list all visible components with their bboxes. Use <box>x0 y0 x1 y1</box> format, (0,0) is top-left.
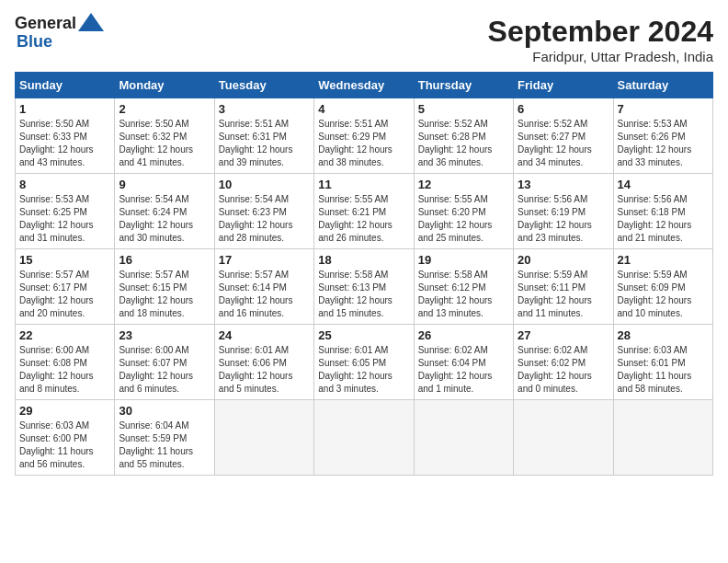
logo-text: General <box>15 15 76 33</box>
day-number: 4 <box>318 102 409 116</box>
col-monday: Monday <box>115 73 214 98</box>
table-row: 21Sunrise: 5:59 AMSunset: 6:09 PMDayligh… <box>613 249 712 325</box>
day-number: 18 <box>318 253 409 267</box>
day-number: 25 <box>318 328 409 342</box>
day-info: Sunrise: 6:03 AMSunset: 6:00 PMDaylight:… <box>19 419 110 471</box>
day-info: Sunrise: 5:58 AMSunset: 6:13 PMDaylight:… <box>318 269 409 320</box>
day-info: Sunrise: 5:57 AMSunset: 6:14 PMDaylight:… <box>219 269 310 320</box>
table-row <box>214 400 313 476</box>
day-number: 5 <box>418 102 509 116</box>
day-number: 11 <box>318 178 409 191</box>
col-saturday: Saturday <box>613 73 712 98</box>
table-row: 25Sunrise: 6:01 AMSunset: 6:05 PMDayligh… <box>314 325 414 400</box>
day-info: Sunrise: 6:01 AMSunset: 6:05 PMDaylight:… <box>318 344 409 396</box>
col-wednesday: Wednesday <box>314 73 414 98</box>
day-number: 23 <box>119 328 210 342</box>
table-row <box>314 400 414 476</box>
day-number: 20 <box>518 253 609 267</box>
day-number: 16 <box>119 253 210 267</box>
calendar-week-row: 1Sunrise: 5:50 AMSunset: 6:33 PMDaylight… <box>16 98 713 174</box>
table-row <box>414 400 513 476</box>
day-info: Sunrise: 5:55 AMSunset: 6:20 PMDaylight:… <box>418 193 509 245</box>
table-row: 13Sunrise: 5:56 AMSunset: 6:19 PMDayligh… <box>514 174 613 249</box>
day-info: Sunrise: 5:56 AMSunset: 6:18 PMDaylight:… <box>618 193 709 245</box>
day-number: 12 <box>418 178 509 191</box>
day-info: Sunrise: 6:04 AMSunset: 5:59 PMDaylight:… <box>119 419 210 471</box>
col-friday: Friday <box>514 73 613 98</box>
day-info: Sunrise: 5:56 AMSunset: 6:19 PMDaylight:… <box>518 193 609 245</box>
day-number: 17 <box>219 253 310 267</box>
day-number: 8 <box>19 178 110 191</box>
table-row: 29Sunrise: 6:03 AMSunset: 6:00 PMDayligh… <box>16 400 115 476</box>
day-info: Sunrise: 6:00 AMSunset: 6:07 PMDaylight:… <box>119 344 210 396</box>
day-number: 10 <box>219 178 310 191</box>
day-info: Sunrise: 6:00 AMSunset: 6:08 PMDaylight:… <box>19 344 110 396</box>
table-row: 27Sunrise: 6:02 AMSunset: 6:02 PMDayligh… <box>514 325 613 400</box>
day-info: Sunrise: 5:53 AMSunset: 6:25 PMDaylight:… <box>19 193 110 245</box>
table-row: 24Sunrise: 6:01 AMSunset: 6:06 PMDayligh… <box>214 325 313 400</box>
table-row: 19Sunrise: 5:58 AMSunset: 6:12 PMDayligh… <box>414 249 513 325</box>
day-info: Sunrise: 5:50 AMSunset: 6:33 PMDaylight:… <box>19 118 110 169</box>
day-info: Sunrise: 5:57 AMSunset: 6:17 PMDaylight:… <box>19 269 110 320</box>
calendar-week-row: 29Sunrise: 6:03 AMSunset: 6:00 PMDayligh… <box>16 400 713 476</box>
day-number: 6 <box>518 102 609 116</box>
table-row: 30Sunrise: 6:04 AMSunset: 5:59 PMDayligh… <box>115 400 214 476</box>
table-row: 6Sunrise: 5:52 AMSunset: 6:27 PMDaylight… <box>514 98 613 174</box>
day-info: Sunrise: 5:52 AMSunset: 6:27 PMDaylight:… <box>518 118 609 169</box>
col-tuesday: Tuesday <box>214 73 313 98</box>
table-row: 3Sunrise: 5:51 AMSunset: 6:31 PMDaylight… <box>214 98 313 174</box>
logo-icon <box>78 13 104 31</box>
day-info: Sunrise: 5:54 AMSunset: 6:23 PMDaylight:… <box>219 193 310 245</box>
day-number: 15 <box>19 253 110 267</box>
page-title: September 2024 <box>488 15 713 49</box>
day-info: Sunrise: 6:03 AMSunset: 6:01 PMDaylight:… <box>618 344 709 396</box>
col-sunday: Sunday <box>16 73 115 98</box>
table-row <box>514 400 613 476</box>
day-number: 28 <box>618 328 709 342</box>
day-number: 13 <box>518 178 609 191</box>
table-row: 18Sunrise: 5:58 AMSunset: 6:13 PMDayligh… <box>314 249 414 325</box>
day-info: Sunrise: 5:54 AMSunset: 6:24 PMDaylight:… <box>119 193 210 245</box>
day-number: 19 <box>418 253 509 267</box>
calendar-week-row: 8Sunrise: 5:53 AMSunset: 6:25 PMDaylight… <box>16 174 713 249</box>
day-info: Sunrise: 5:57 AMSunset: 6:15 PMDaylight:… <box>119 269 210 320</box>
page-header: General Blue September 2024 Faridpur, Ut… <box>15 15 713 64</box>
table-row: 23Sunrise: 6:00 AMSunset: 6:07 PMDayligh… <box>115 325 214 400</box>
calendar-table: Sunday Monday Tuesday Wednesday Thursday… <box>15 72 713 476</box>
table-row: 16Sunrise: 5:57 AMSunset: 6:15 PMDayligh… <box>115 249 214 325</box>
table-row: 26Sunrise: 6:02 AMSunset: 6:04 PMDayligh… <box>414 325 513 400</box>
day-number: 27 <box>518 328 609 342</box>
table-row: 5Sunrise: 5:52 AMSunset: 6:28 PMDaylight… <box>414 98 513 174</box>
page-subtitle: Faridpur, Uttar Pradesh, India <box>488 49 713 64</box>
day-number: 30 <box>119 404 210 418</box>
calendar-week-row: 22Sunrise: 6:00 AMSunset: 6:08 PMDayligh… <box>16 325 713 400</box>
day-number: 24 <box>219 328 310 342</box>
day-number: 29 <box>19 404 110 418</box>
table-row: 4Sunrise: 5:51 AMSunset: 6:29 PMDaylight… <box>314 98 414 174</box>
day-number: 21 <box>618 253 709 267</box>
day-info: Sunrise: 5:50 AMSunset: 6:32 PMDaylight:… <box>119 118 210 169</box>
day-info: Sunrise: 5:53 AMSunset: 6:26 PMDaylight:… <box>618 118 709 169</box>
day-info: Sunrise: 5:51 AMSunset: 6:31 PMDaylight:… <box>219 118 310 169</box>
logo: General Blue <box>15 15 104 52</box>
day-info: Sunrise: 5:52 AMSunset: 6:28 PMDaylight:… <box>418 118 509 169</box>
table-row: 11Sunrise: 5:55 AMSunset: 6:21 PMDayligh… <box>314 174 414 249</box>
day-number: 1 <box>19 102 110 116</box>
table-row: 12Sunrise: 5:55 AMSunset: 6:20 PMDayligh… <box>414 174 513 249</box>
table-row: 14Sunrise: 5:56 AMSunset: 6:18 PMDayligh… <box>613 174 712 249</box>
table-row: 1Sunrise: 5:50 AMSunset: 6:33 PMDaylight… <box>16 98 115 174</box>
table-row: 8Sunrise: 5:53 AMSunset: 6:25 PMDaylight… <box>16 174 115 249</box>
calendar-header-row: Sunday Monday Tuesday Wednesday Thursday… <box>16 73 713 98</box>
day-info: Sunrise: 6:02 AMSunset: 6:04 PMDaylight:… <box>418 344 509 396</box>
day-number: 9 <box>119 178 210 191</box>
table-row: 20Sunrise: 5:59 AMSunset: 6:11 PMDayligh… <box>514 249 613 325</box>
day-number: 22 <box>19 328 110 342</box>
day-number: 7 <box>618 102 709 116</box>
col-thursday: Thursday <box>414 73 513 98</box>
table-row: 15Sunrise: 5:57 AMSunset: 6:17 PMDayligh… <box>16 249 115 325</box>
day-number: 3 <box>219 102 310 116</box>
day-number: 2 <box>119 102 210 116</box>
table-row: 28Sunrise: 6:03 AMSunset: 6:01 PMDayligh… <box>613 325 712 400</box>
title-area: September 2024 Faridpur, Uttar Pradesh, … <box>488 15 713 64</box>
day-info: Sunrise: 6:02 AMSunset: 6:02 PMDaylight:… <box>518 344 609 396</box>
